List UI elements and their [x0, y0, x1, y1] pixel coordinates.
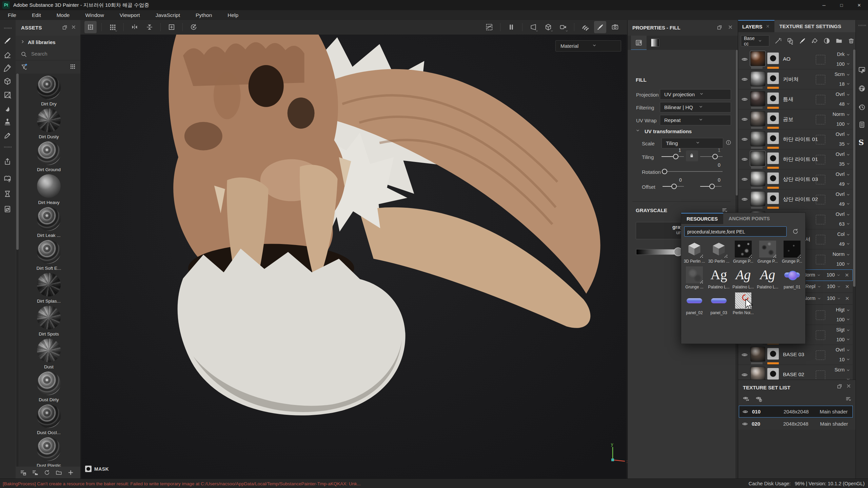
display-settings[interactable]	[858, 66, 866, 74]
blend-mode-value[interactable]: Scrn	[834, 72, 845, 77]
close-panel-icon[interactable]	[728, 24, 734, 31]
resources-search-input[interactable]	[685, 227, 784, 237]
instantiate-button[interactable]	[786, 37, 794, 45]
group-folder-button[interactable]	[835, 37, 843, 45]
opacity-value[interactable]: 100	[836, 261, 845, 267]
tiling-grid[interactable]	[106, 21, 119, 33]
opacity-value[interactable]: 63	[839, 221, 845, 227]
menu-item-mode[interactable]: Mode	[49, 12, 78, 18]
close-panel-icon[interactable]	[71, 24, 78, 31]
bakers-status[interactable]	[3, 189, 13, 199]
remove-effect-icon[interactable]: ✕	[845, 272, 849, 278]
blend-mode-value[interactable]: Norm	[833, 111, 845, 117]
reset-rotation[interactable]	[188, 21, 200, 33]
layer-mask-thumbnail[interactable]	[767, 93, 779, 104]
resource-item[interactable]: panel_03	[708, 291, 730, 317]
add-anchor-dropzone[interactable]	[816, 330, 825, 340]
projection-dropdown[interactable]: UV projection	[660, 89, 731, 100]
resource-item[interactable]: AgPalatino L...	[756, 265, 779, 291]
eraser-tool[interactable]	[3, 50, 13, 59]
close-tab-icon[interactable]	[766, 24, 770, 29]
layer-mask-thumbnail[interactable]	[767, 368, 779, 380]
add-anchor-dropzone[interactable]	[816, 75, 825, 84]
layer-material-thumbnail[interactable]	[750, 347, 765, 362]
symmetry-x[interactable]	[129, 21, 141, 33]
layer-visibility-eye[interactable]	[741, 76, 748, 83]
layer-material-thumbnail[interactable]	[750, 151, 765, 166]
screenshot[interactable]	[609, 21, 621, 33]
menu-item-python[interactable]: Python	[188, 12, 220, 18]
asset-item[interactable]: Dirt Dusty	[22, 108, 76, 139]
toggle-gizmos[interactable]	[483, 21, 495, 33]
texture-set-row[interactable]: 0202048x2048Main shader	[739, 418, 853, 430]
panel-drag-handle[interactable]	[859, 25, 866, 26]
material-picker-tool[interactable]	[3, 131, 13, 141]
paint-mode[interactable]	[594, 21, 606, 33]
offset-x-slider[interactable]	[663, 186, 684, 187]
delete-layer-button[interactable]	[847, 37, 855, 45]
export-resources[interactable]	[3, 157, 13, 167]
viewport-3d[interactable]: Material MASK y x	[80, 35, 627, 479]
menu-item-viewport[interactable]: Viewport	[112, 12, 148, 18]
add-anchor-dropzone[interactable]	[816, 55, 825, 64]
tab-parameters[interactable]	[631, 36, 647, 50]
opacity-value[interactable]: 100	[836, 317, 845, 322]
layer-mask-thumbnail[interactable]	[767, 53, 779, 64]
pause-engine[interactable]	[505, 21, 517, 33]
resource-item[interactable]: AgPalatino L...	[708, 265, 730, 291]
offset-y-slider[interactable]	[700, 186, 722, 187]
float-panel-icon[interactable]	[62, 24, 68, 31]
close-panel-icon[interactable]	[846, 383, 853, 390]
tiling-y-slider[interactable]	[700, 156, 723, 157]
add[interactable]	[67, 469, 74, 476]
thumbnail-grid-icon[interactable]	[69, 63, 76, 70]
layer-material-thumbnail[interactable]	[750, 171, 765, 186]
particles[interactable]	[579, 21, 591, 33]
layer-material-thumbnail[interactable]	[750, 71, 765, 86]
maximize-button[interactable]: □	[833, 0, 850, 10]
menu-item-javascript[interactable]: JavaScript	[148, 12, 188, 18]
layer-visibility-eye[interactable]	[741, 136, 748, 143]
asset-item[interactable]: Dirt Ground	[22, 141, 76, 172]
assets-search-input[interactable]	[31, 50, 76, 57]
camera-view[interactable]	[557, 21, 569, 33]
layer-visibility-eye[interactable]	[741, 371, 748, 379]
add-anchor-dropzone[interactable]	[816, 350, 825, 360]
tab-grayscale[interactable]	[647, 36, 663, 49]
geometry-tool[interactable]	[3, 77, 13, 86]
layer-row[interactable]: 상단 라이트 02Ovrl49	[738, 189, 853, 209]
add-anchor-dropzone[interactable]	[816, 115, 825, 124]
add-anchor-dropzone[interactable]	[816, 255, 825, 264]
blend-mode-value[interactable]: Ovrl	[835, 347, 845, 352]
layer-row[interactable]: AODrk100	[738, 49, 853, 69]
layer-mask-thumbnail[interactable]	[767, 172, 779, 184]
blend-mode-value[interactable]: Slgt	[836, 327, 845, 332]
opacity-value[interactable]: 100	[836, 337, 845, 342]
paint-tool[interactable]	[3, 36, 13, 46]
blend-mode-value[interactable]: Ovrl	[835, 191, 845, 197]
layer-filter-dropdown[interactable]: Base cc	[741, 35, 769, 46]
projection-frustum[interactable]	[527, 21, 539, 33]
resource-item[interactable]: Grunge P...	[781, 240, 803, 265]
texture-set-visibility-eye[interactable]	[742, 421, 748, 427]
asset-item[interactable]: Dust Plastic	[22, 437, 76, 467]
blend-mode-value[interactable]: Col	[837, 231, 845, 237]
layer-mask-thumbnail[interactable]	[767, 152, 779, 164]
layer-row[interactable]: 곰보Norm100	[738, 109, 853, 129]
substance-share-icon[interactable]: S	[859, 138, 864, 147]
layer-row[interactable]: 상단 라이트 03Ovrl49	[738, 169, 853, 189]
library-filter[interactable]: All libraries	[16, 36, 80, 49]
layer-material-thumbnail[interactable]	[750, 191, 765, 206]
new-folder[interactable]	[55, 469, 62, 476]
layer-visibility-eye[interactable]	[741, 176, 748, 183]
asset-item[interactable]: Dirt Splas...	[22, 273, 76, 304]
shading-mode-dropdown[interactable]: Material	[555, 40, 621, 52]
filter-button[interactable]	[845, 395, 852, 402]
add-anchor-dropzone[interactable]	[816, 155, 825, 164]
resources-sync[interactable]	[3, 205, 13, 214]
remove-effect-icon[interactable]: ✕	[845, 296, 849, 302]
layer-visibility-eye[interactable]	[741, 351, 748, 359]
asset-item[interactable]: Dust Occl...	[22, 404, 76, 435]
asset-item[interactable]: Dirt Leak ...	[22, 207, 76, 238]
resource-item[interactable]: Grunge P...	[732, 240, 754, 265]
